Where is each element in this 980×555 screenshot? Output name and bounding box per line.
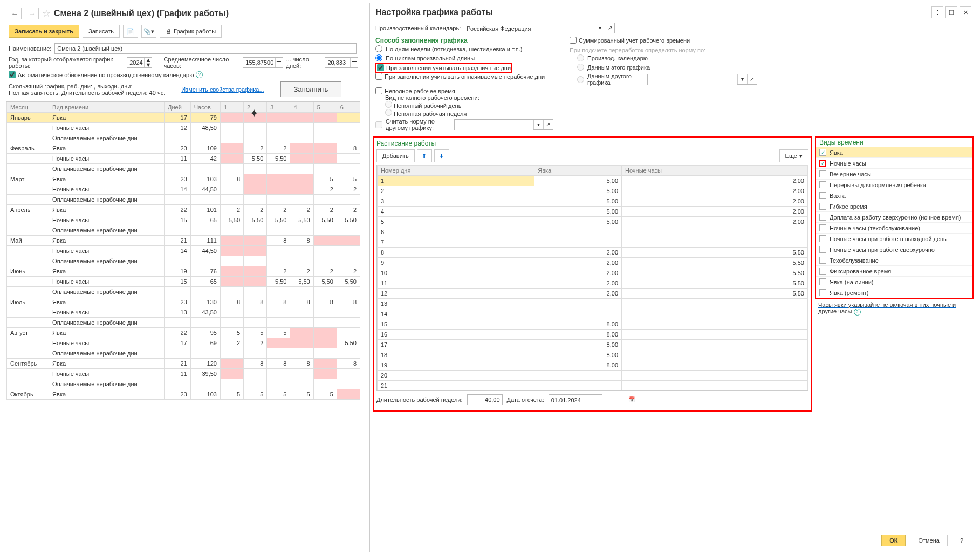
name-label: Наименование: [9, 45, 51, 52]
type-item[interactable]: Техобслуживание [816, 255, 972, 266]
auto-update-checkbox[interactable] [9, 71, 16, 78]
cancel-button[interactable]: Отмена [910, 535, 947, 546]
ok-button[interactable]: ОК [881, 535, 906, 546]
type-label: Вахта [830, 193, 846, 199]
help-icon[interactable]: ? [196, 71, 203, 78]
desc-line2: Полная занятость. Длительность рабочей н… [9, 90, 165, 96]
auto-update-label: Автоматическое обновление по производств… [18, 72, 194, 78]
checkbox-icon[interactable] [819, 214, 826, 221]
checkbox-icon[interactable] [819, 268, 826, 275]
radio-by-cycles[interactable]: По циклам произвольной длины [375, 53, 559, 63]
type-label: Явка (ремонт) [830, 290, 868, 296]
type-label: Фиксированное время [830, 268, 891, 275]
save-close-button[interactable]: Записать и закрыть [9, 25, 79, 38]
types-header: Виды времени [816, 138, 972, 147]
checkbox-icon[interactable] [819, 160, 826, 167]
calendar-select[interactable]: ▾↗ [464, 23, 615, 33]
type-label: Явка [830, 149, 843, 156]
name-input[interactable] [54, 43, 357, 54]
type-item[interactable]: Ночные часы (техобслуживание) [816, 223, 972, 234]
fill-button[interactable]: Заполнить [280, 81, 342, 97]
type-item[interactable]: Фиксированное время [816, 266, 972, 277]
type-item[interactable]: Вечерние часы [816, 169, 972, 180]
cursor-icon: ✦ [250, 107, 259, 120]
checkbox-icon[interactable] [819, 235, 826, 242]
type-label: Явка (на линии) [830, 279, 874, 285]
close-icon[interactable]: ✕ [960, 6, 971, 18]
help-button[interactable]: ? [952, 535, 971, 546]
nav-back[interactable]: ← [8, 8, 22, 19]
type-item[interactable]: Гибкое время [816, 201, 972, 212]
checkbox-icon[interactable] [819, 278, 826, 285]
page-title: Смена 2 (швейный цех) (График работы) [54, 9, 229, 18]
type-label: Ночные часы при работе сверхурочно [830, 246, 935, 253]
schedule-table[interactable]: МесяцВид времениДнейЧасов123456ЯнварьЯвк… [6, 102, 360, 400]
type-label: Доплата за работу сверхурочно (ночное вр… [830, 214, 961, 221]
settings-title: Настройка графика работы [375, 8, 493, 17]
type-label: Ночные часы [830, 160, 866, 167]
edit-props-link[interactable]: Изменить свойства графика... [181, 86, 264, 93]
type-item[interactable]: Ночные часы [816, 158, 972, 169]
maximize-icon[interactable]: ☐ [945, 6, 957, 18]
days-table[interactable]: Номер дняЯвкаНочные часы15,002,0025,002,… [377, 165, 808, 391]
desc-line1: Скользящий график, раб. дни: , выходн. д… [9, 83, 165, 90]
type-item[interactable]: Явка [816, 147, 972, 158]
paid-nonwork-checkbox[interactable]: При заполнении учитывать оплачиваемые не… [375, 73, 559, 80]
parttime-checkbox[interactable]: Неполное рабочее время [375, 87, 559, 94]
menu-icon[interactable]: ⋮ [931, 6, 943, 18]
norm-other-checkbox [375, 121, 382, 128]
nav-fwd[interactable]: → [25, 8, 39, 19]
type-label: Техобслуживание [830, 257, 879, 264]
type-item[interactable]: Вахта [816, 190, 972, 201]
week-len-label: Длительность рабочей недели: [376, 396, 463, 403]
calendar-icon[interactable]: 📅 [628, 395, 635, 405]
radio-norm-other: Данным другого графика ▾↗ [577, 72, 757, 87]
move-up-button[interactable]: ⬆ [417, 149, 432, 162]
checkbox-icon[interactable] [819, 149, 826, 156]
checkbox-icon[interactable] [819, 203, 826, 210]
radio-part-day: Неполный рабочий день [385, 102, 461, 109]
type-label: Вечерние часы [830, 171, 872, 177]
days-label: ... число дней: [286, 56, 322, 69]
avg-hours-field[interactable]: 155,87500☰ [243, 57, 283, 68]
type-item[interactable]: Ночные часы при работе сверхурочно [816, 244, 972, 255]
add-button[interactable]: Добавить [376, 149, 415, 162]
more-button[interactable]: Еще ▾ [779, 149, 808, 162]
type-label: Перерывы для кормления ребенка [830, 182, 926, 188]
calendar-label: Производственный календарь: [375, 25, 461, 31]
checkbox-icon[interactable] [819, 246, 826, 253]
attach-icon-button[interactable]: 📎▾ [141, 25, 156, 38]
schedule-header: Расписание работы [376, 140, 808, 147]
save-button[interactable]: Записать [83, 25, 120, 38]
type-item[interactable]: Явка (на линии) [816, 277, 972, 287]
hint-link[interactable]: Часы явки указывайте не включая в них но… [815, 302, 977, 316]
holidays-checkbox[interactable]: При заполнении учитывать праздничные дни [375, 63, 512, 73]
week-len-input[interactable] [467, 394, 503, 405]
work-schedule-button[interactable]: 🖨График работы [160, 25, 222, 38]
type-label: Ночные часы при работе в выходной день [830, 236, 947, 242]
days-field[interactable]: 20,833☰ [325, 57, 358, 68]
year-label: Год, за который отображается график рабо… [9, 56, 124, 69]
type-item[interactable]: Перерывы для кормления ребенка [816, 180, 972, 190]
checkbox-icon[interactable] [819, 289, 826, 296]
favorite-star-icon[interactable]: ☆ [42, 8, 51, 19]
type-item[interactable]: Ночные часы при работе в выходной день [816, 234, 972, 244]
summarized-checkbox[interactable]: Суммированный учет рабочего времени [570, 37, 757, 44]
year-spinner[interactable]: 2024▲▼ [127, 57, 152, 68]
method-header: Способ заполнения графика [375, 37, 559, 44]
radio-by-weekdays[interactable]: По дням недели (пятидневка, шестидневка … [375, 44, 559, 53]
checkbox-icon[interactable] [819, 192, 826, 199]
report-icon-button[interactable]: 📄 [123, 25, 138, 38]
date-from-label: Дата отсчета: [507, 396, 544, 403]
overtime-norm-label: При подсчете переработок определять норм… [570, 47, 757, 53]
type-item[interactable]: Явка (ремонт) [816, 287, 972, 298]
checkbox-icon[interactable] [819, 257, 826, 264]
checkbox-icon[interactable] [819, 224, 826, 231]
checkbox-icon[interactable] [819, 181, 826, 188]
parttime-kind-label: Вид неполного рабочего времени: [385, 94, 559, 101]
checkbox-icon[interactable] [819, 170, 826, 177]
type-item[interactable]: Доплата за работу сверхурочно (ночное вр… [816, 212, 972, 223]
type-label: Гибкое время [830, 203, 867, 210]
move-down-button[interactable]: ⬇ [434, 149, 449, 162]
date-from-input[interactable]: 📅 [549, 394, 602, 405]
